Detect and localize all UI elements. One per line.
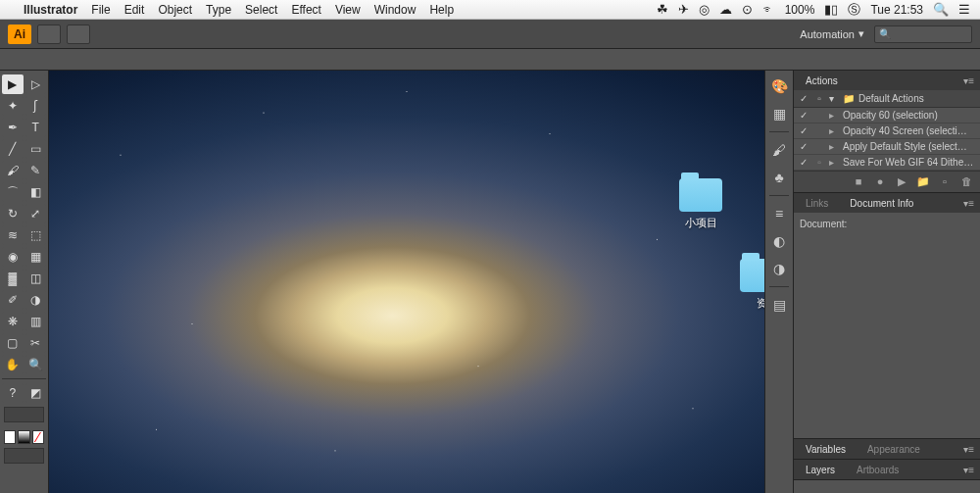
shape-builder-tool[interactable]: ◉ [2, 247, 24, 267]
battery-percent: 100% [785, 3, 815, 17]
stroke-panel-icon[interactable]: ≡ [769, 204, 789, 223]
tab-layers[interactable]: Layers [800, 462, 841, 478]
menu-edit[interactable]: Edit [124, 3, 145, 17]
action-row[interactable]: ✓▸Opacity 60 (selection) [794, 108, 980, 123]
unknown-tool[interactable]: ? [2, 383, 24, 403]
tab-links[interactable]: Links [800, 195, 834, 212]
search-field[interactable]: 🔍 [874, 25, 972, 43]
desktop-folder-1[interactable]: 小项目 [676, 178, 725, 230]
transparency-panel-icon[interactable]: ◑ [769, 259, 789, 278]
eyedropper-tool[interactable]: ✐ [2, 290, 24, 310]
direct-selection-tool[interactable]: ▷ [25, 74, 47, 94]
app-name[interactable]: Illustrator [24, 3, 77, 17]
gradient-panel-icon[interactable]: ◐ [769, 231, 789, 251]
pencil-tool[interactable]: ✎ [25, 161, 47, 180]
blend-tool[interactable]: ◑ [25, 290, 47, 310]
panel-menu-icon[interactable]: ▾≡ [963, 465, 980, 475]
column-graph-tool[interactable]: ▥ [25, 312, 47, 331]
tab-appearance[interactable]: Appearance [861, 441, 926, 458]
bridge-button[interactable] [37, 25, 61, 44]
status-icon-3[interactable]: ◎ [699, 2, 710, 17]
brushes-panel-icon[interactable]: 🖌 [769, 140, 789, 160]
swatches-panel-icon[interactable]: ▦ [769, 104, 789, 123]
action-row[interactable]: ✓▫▸Save For Web GIF 64 Dithe… [794, 155, 980, 171]
symbol-sprayer-tool[interactable]: ❋ [2, 312, 24, 331]
arrange-docs-button[interactable] [67, 25, 90, 44]
color-panel-icon[interactable]: 🎨 [769, 76, 789, 96]
panel-menu-icon[interactable]: ▾≡ [963, 444, 980, 455]
clock[interactable]: Tue 21:53 [870, 3, 923, 17]
actions-set-row[interactable]: ✓ ▫ ▾ 📁 Default Actions [794, 90, 980, 108]
color-mode-swatch[interactable] [4, 430, 16, 444]
menu-object[interactable]: Object [158, 3, 192, 17]
perspective-grid-tool[interactable]: ▦ [25, 247, 47, 267]
status-icon-s[interactable]: Ⓢ [848, 1, 860, 19]
tab-artboards[interactable]: Artboards [851, 462, 905, 478]
selection-tool[interactable]: ▶ [2, 74, 24, 94]
modal-icon[interactable]: ▫ [813, 93, 825, 104]
play-button[interactable]: ▶ [894, 175, 909, 189]
lasso-tool[interactable]: ʃ [25, 96, 47, 116]
menu-effect[interactable]: Effect [291, 3, 320, 17]
gradient-tool[interactable]: ◫ [25, 269, 47, 288]
search-icon: 🔍 [879, 28, 891, 39]
tab-actions[interactable]: Actions [800, 73, 844, 89]
magic-wand-tool[interactable]: ✦ [2, 96, 24, 116]
zoom-tool[interactable]: 🔍 [25, 355, 47, 374]
align-panel-icon[interactable]: ▤ [769, 295, 789, 315]
desktop-background: 小项目 资 [49, 71, 764, 493]
layers-panel: Layers Artboards ▾≡ [794, 460, 980, 480]
screen-mode-button[interactable] [4, 448, 44, 464]
panel-menu-icon[interactable]: ▾≡ [963, 75, 980, 86]
new-action-button[interactable]: ▫ [937, 175, 953, 189]
fill-stroke-swatch[interactable] [4, 407, 44, 422]
delete-button[interactable]: 🗑 [958, 175, 974, 189]
tab-document-info[interactable]: Document Info [844, 195, 919, 212]
paintbrush-tool[interactable]: 🖌 [2, 161, 24, 180]
type-tool[interactable]: T [25, 118, 47, 137]
menu-file[interactable]: File [91, 3, 110, 17]
status-icon-5[interactable]: ⊙ [742, 2, 753, 17]
artboard-tool[interactable]: ▢ [2, 333, 24, 353]
menu-window[interactable]: Window [374, 3, 416, 17]
menu-help[interactable]: Help [429, 3, 454, 17]
fill-stroke-toggle[interactable]: ◩ [25, 383, 47, 403]
scale-tool[interactable]: ⤢ [25, 204, 47, 223]
stop-button[interactable]: ■ [851, 175, 866, 189]
free-transform-tool[interactable]: ⬚ [25, 225, 47, 245]
action-row[interactable]: ✓▸Apply Default Style (select… [794, 139, 980, 155]
chevron-down-icon[interactable]: ▾ [829, 93, 839, 104]
status-icon-2[interactable]: ✈ [678, 2, 689, 17]
menu-view[interactable]: View [335, 3, 361, 17]
menu-extras-icon[interactable]: ☰ [958, 2, 970, 17]
pen-tool[interactable]: ✒ [2, 118, 24, 137]
gradient-mode-swatch[interactable] [18, 430, 29, 444]
eraser-tool[interactable]: ◧ [25, 182, 47, 202]
hand-tool[interactable]: ✋ [2, 355, 24, 374]
blob-brush-tool[interactable]: ⌒ [2, 182, 24, 202]
width-tool[interactable]: ≋ [2, 225, 24, 245]
mesh-tool[interactable]: ▓ [2, 269, 24, 288]
record-button[interactable]: ● [872, 175, 888, 189]
line-tool[interactable]: ╱ [2, 139, 24, 159]
check-icon[interactable]: ✓ [798, 93, 809, 104]
desktop-folder-2[interactable]: 资 [737, 259, 764, 311]
wifi-icon[interactable]: ᯤ [762, 2, 775, 17]
menu-select[interactable]: Select [245, 3, 277, 17]
symbols-panel-icon[interactable]: ♣ [769, 168, 789, 187]
new-set-button[interactable]: 📁 [915, 175, 931, 189]
search-icon[interactable]: 🔍 [933, 2, 949, 17]
workspace-switcher[interactable]: Automation▾ [790, 24, 874, 44]
illustrator-logo[interactable]: Ai [8, 25, 31, 44]
rectangle-tool[interactable]: ▭ [25, 139, 47, 159]
tab-variables[interactable]: Variables [800, 441, 852, 458]
rotate-tool[interactable]: ↻ [2, 204, 24, 223]
status-icon-1[interactable]: ☘ [657, 2, 668, 17]
menu-type[interactable]: Type [206, 3, 231, 17]
slice-tool[interactable]: ✂ [25, 333, 47, 353]
none-mode-swatch[interactable]: ⁄ [32, 430, 44, 444]
panel-menu-icon[interactable]: ▾≡ [963, 198, 980, 209]
actions-set-name: Default Actions [858, 93, 924, 104]
status-icon-4[interactable]: ☁ [719, 2, 732, 17]
action-row[interactable]: ✓▸Opacity 40 Screen (selecti… [794, 123, 980, 139]
